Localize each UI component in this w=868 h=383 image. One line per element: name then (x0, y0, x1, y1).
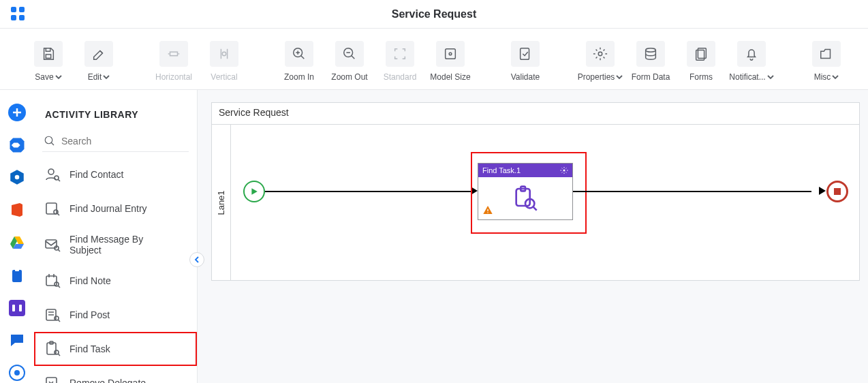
arrowhead-icon (819, 187, 826, 195)
task-titlebar[interactable]: Find Task.1 (478, 164, 572, 177)
svg-rect-0 (11, 7, 16, 12)
svg-point-26 (48, 169, 54, 174)
svg-rect-3 (19, 15, 25, 20)
play-icon (250, 187, 258, 196)
task-node-selection: Find Task.1 (471, 152, 587, 234)
activity-label: Find Note (69, 275, 111, 286)
warning-icon (482, 204, 493, 218)
svg-rect-39 (46, 378, 57, 383)
gear-icon[interactable] (560, 166, 568, 174)
svg-point-44 (487, 212, 488, 213)
zoom-out-button[interactable]: Zoom Out (328, 41, 371, 82)
activity-remove-delegate[interactable]: Remove Delegate (34, 366, 197, 383)
edit-label: Edit (88, 72, 102, 82)
properties-button[interactable]: Properties (579, 41, 621, 82)
activity-label: Find Contact (69, 169, 123, 180)
val-label: Validate (511, 72, 540, 82)
svg-point-17 (15, 175, 20, 180)
remove-delegate-icon (44, 374, 61, 383)
mail-search-icon (44, 236, 61, 254)
app-header: Service Request (0, 0, 868, 29)
misc-button[interactable]: Misc (805, 41, 848, 82)
align-vertical-button[interactable]: Vertical (203, 41, 245, 82)
activity-find-note[interactable]: Find Note (34, 264, 197, 298)
forms-button[interactable]: Forms (680, 41, 722, 82)
lane-label-box[interactable]: Lane1 (212, 125, 231, 280)
lane-label: Lane1 (216, 190, 226, 215)
lane[interactable]: Lane1 Find Task.1 (212, 125, 859, 280)
zo-label: Zoom Out (331, 72, 367, 82)
pool-header[interactable]: Service Request (212, 103, 859, 125)
save-label: Save (35, 72, 53, 82)
post-search-icon (44, 306, 61, 324)
task-title-label: Find Task.1 (482, 166, 521, 174)
rail-grid[interactable] (5, 298, 29, 318)
svg-rect-2 (11, 15, 16, 20)
task-search-icon (44, 340, 61, 358)
zoom-modelsize-button[interactable]: Model Size (429, 41, 471, 82)
sequence-flow[interactable] (573, 191, 811, 192)
svg-rect-28 (46, 203, 57, 214)
activity-find-contact[interactable]: Find Contact (34, 157, 197, 192)
activity-library-title: ACTIVITY LIBRARY (34, 90, 197, 128)
h-label: Horizontal (155, 72, 192, 82)
edit-button[interactable]: Edit (78, 41, 120, 82)
validate-button[interactable]: Validate (504, 41, 546, 82)
activity-find-task[interactable]: Find Task (34, 332, 197, 366)
v-label: Vertical (211, 72, 237, 82)
svg-point-40 (563, 170, 565, 172)
note-search-icon (44, 272, 61, 290)
svg-rect-9 (446, 48, 456, 59)
ms-label: Model Size (430, 72, 470, 82)
start-event-node[interactable] (243, 181, 265, 202)
page-title: Service Request (392, 8, 477, 20)
svg-rect-18 (12, 270, 22, 282)
std-label: Standard (384, 72, 417, 82)
activity-search-input[interactable] (61, 136, 187, 147)
journal-search-icon (44, 200, 61, 217)
svg-point-25 (45, 136, 52, 144)
app-logo[interactable] (8, 4, 27, 23)
rail-add[interactable] (5, 102, 29, 123)
rail-exchange[interactable] (5, 135, 29, 155)
zoom-in-button[interactable]: Zoom In (278, 41, 320, 82)
rail-drive[interactable] (5, 232, 29, 253)
notifications-button[interactable]: Notificat... (730, 41, 773, 82)
activity-find-post[interactable]: Find Post (34, 298, 197, 332)
end-event-node[interactable] (826, 181, 848, 202)
search-icon (44, 135, 56, 147)
sequence-flow[interactable] (265, 191, 475, 192)
svg-rect-20 (9, 300, 25, 316)
collapse-sidepanel-button[interactable] (189, 252, 204, 267)
stop-icon (834, 188, 841, 195)
svg-point-24 (14, 370, 20, 376)
activity-find-message[interactable]: Find Message By Subject (34, 226, 197, 264)
misc-label: Misc (814, 72, 831, 82)
activity-label: Find Post (69, 309, 110, 320)
connector-rail (0, 90, 34, 383)
forms-label: Forms (689, 72, 713, 82)
fd-label: Form Data (632, 72, 670, 82)
svg-rect-21 (12, 305, 15, 311)
prop-label: Properties (578, 72, 615, 82)
svg-point-13 (646, 48, 656, 52)
svg-rect-11 (521, 48, 529, 59)
svg-rect-22 (19, 305, 22, 311)
formdata-button[interactable]: Form Data (630, 41, 672, 82)
zoom-standard-button[interactable]: Standard (379, 41, 421, 82)
rail-more[interactable] (5, 363, 29, 383)
activity-search[interactable] (42, 131, 189, 152)
process-canvas[interactable]: Service Request Lane1 Find Task.1 (211, 102, 860, 281)
rail-clipboard[interactable] (5, 265, 29, 286)
task-node[interactable]: Find Task.1 (478, 163, 573, 220)
rail-office[interactable] (5, 200, 29, 220)
save-button[interactable]: Save (27, 41, 69, 82)
task-search-icon (512, 185, 539, 213)
activity-find-journal[interactable]: Find Journal Entry (34, 192, 197, 226)
rail-box[interactable] (5, 168, 29, 188)
svg-rect-5 (170, 52, 178, 56)
activity-label: Find Task (69, 343, 110, 354)
rail-chat[interactable] (5, 330, 29, 350)
zi-label: Zoom In (284, 72, 314, 82)
align-horizontal-button[interactable]: Horizontal (153, 41, 195, 82)
